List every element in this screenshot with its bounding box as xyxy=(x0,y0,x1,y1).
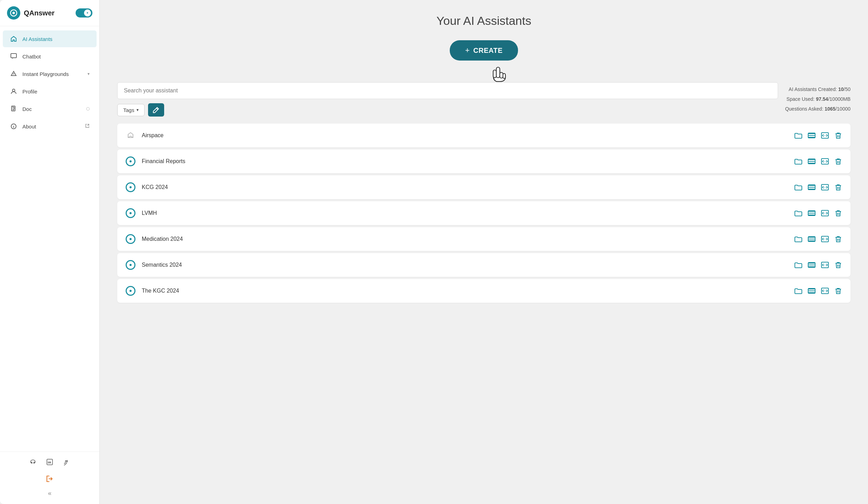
assistant-list: Airspace xyxy=(117,124,850,303)
assistant-actions xyxy=(794,131,843,140)
folder-icon[interactable] xyxy=(794,209,803,218)
assistant-logo-icon xyxy=(125,259,136,271)
svg-point-3 xyxy=(13,74,14,75)
svg-rect-10 xyxy=(493,70,496,78)
tags-button[interactable]: Tags ▾ xyxy=(117,104,145,116)
info-icon xyxy=(10,122,18,130)
tags-label: Tags xyxy=(123,107,134,113)
code-icon[interactable] xyxy=(820,234,830,244)
app-name: QAnswer xyxy=(24,9,55,17)
code-icon[interactable] xyxy=(820,157,830,166)
create-button-wrapper: + CREATE xyxy=(117,40,850,71)
sidebar-footer: « xyxy=(0,451,99,504)
create-assistant-button[interactable]: + CREATE xyxy=(450,40,518,61)
sidebar-header: QAnswer xyxy=(0,0,99,26)
page-title: Your AI Assistants xyxy=(117,14,850,28)
assistant-name: Airspace xyxy=(142,132,788,139)
stats-section: AI Assistants Created: 10/50 Space Used:… xyxy=(785,82,850,114)
list-icon[interactable] xyxy=(807,260,816,270)
logout-button[interactable] xyxy=(7,472,92,485)
stat-questions-label: Questions Asked: xyxy=(785,106,823,112)
external-link-icon: ⬡ xyxy=(86,106,90,111)
delete-icon[interactable] xyxy=(834,260,843,270)
svg-point-34 xyxy=(825,290,825,291)
collapse-sidebar-button[interactable]: « xyxy=(7,488,92,498)
list-icon[interactable] xyxy=(807,286,816,295)
sidebar-item-doc[interactable]: Doc ⬡ xyxy=(3,100,97,117)
delete-icon[interactable] xyxy=(834,157,843,166)
linkedin-icon[interactable] xyxy=(45,457,54,467)
logo-icon xyxy=(7,6,20,20)
sidebar-item-label: Instant Playgrounds xyxy=(22,71,83,77)
folder-icon[interactable] xyxy=(794,260,803,270)
svg-point-22 xyxy=(825,187,825,188)
delete-icon[interactable] xyxy=(834,286,843,295)
chevron-down-icon: ▾ xyxy=(136,107,139,112)
sidebar-item-label: Doc xyxy=(22,106,81,112)
delete-icon[interactable] xyxy=(834,183,843,192)
svg-point-28 xyxy=(825,239,825,239)
delete-icon[interactable] xyxy=(834,234,843,244)
sidebar-item-chatbot[interactable]: Chatbot xyxy=(3,48,97,65)
assistant-actions xyxy=(794,260,843,270)
stat-space-label: Space Used: xyxy=(786,96,814,102)
theme-toggle[interactable] xyxy=(76,8,92,18)
assistant-actions xyxy=(794,157,843,166)
cursor-hand-icon xyxy=(491,63,506,85)
stat-questions: Questions Asked: 1065/10000 xyxy=(785,104,850,114)
folder-icon[interactable] xyxy=(794,131,803,140)
chevron-down-icon: ▾ xyxy=(88,71,90,76)
svg-point-25 xyxy=(825,213,825,214)
code-icon[interactable] xyxy=(820,286,830,295)
sidebar-item-profile[interactable]: Profile xyxy=(3,83,97,100)
assistant-row: KCG 2024 xyxy=(117,175,850,199)
svg-rect-12 xyxy=(500,72,503,78)
list-icon[interactable] xyxy=(807,183,816,192)
assistant-actions xyxy=(794,209,843,218)
twitter-icon[interactable] xyxy=(62,457,71,467)
svg-point-16 xyxy=(825,135,825,136)
assistant-logo-icon xyxy=(125,182,136,193)
stat-space: Space Used: 97.54/10000MB xyxy=(785,94,850,104)
edit-button[interactable] xyxy=(148,103,164,117)
triangle-icon xyxy=(10,70,18,78)
search-section: Tags ▾ xyxy=(117,82,778,117)
svg-point-4 xyxy=(13,89,15,92)
list-icon[interactable] xyxy=(807,157,816,166)
code-icon[interactable] xyxy=(820,183,830,192)
code-icon[interactable] xyxy=(820,209,830,218)
sidebar-item-label: About xyxy=(22,124,80,130)
list-icon[interactable] xyxy=(807,209,816,218)
discord-icon[interactable] xyxy=(28,457,37,467)
search-and-stats: Tags ▾ AI Assistants Created: 10/50 xyxy=(117,82,850,117)
code-icon[interactable] xyxy=(820,260,830,270)
assistant-actions xyxy=(794,286,843,295)
assistant-logo-icon xyxy=(125,156,136,167)
svg-point-19 xyxy=(825,161,825,162)
delete-icon[interactable] xyxy=(834,131,843,140)
social-links xyxy=(7,457,92,467)
list-icon[interactable] xyxy=(807,131,816,140)
delete-icon[interactable] xyxy=(834,209,843,218)
search-input[interactable] xyxy=(124,88,771,94)
assistant-row: Medication 2024 xyxy=(117,227,850,251)
folder-icon[interactable] xyxy=(794,286,803,295)
assistant-logo-icon xyxy=(125,208,136,219)
sidebar: QAnswer AI Assistants xyxy=(0,0,100,504)
folder-icon[interactable] xyxy=(794,234,803,244)
svg-point-31 xyxy=(825,265,825,265)
main-content: Your AI Assistants + CREATE xyxy=(100,0,868,504)
sidebar-item-instant-playgrounds[interactable]: Instant Playgrounds ▾ xyxy=(3,65,97,82)
folder-icon[interactable] xyxy=(794,183,803,192)
list-icon[interactable] xyxy=(807,234,816,244)
sidebar-item-ai-assistants[interactable]: AI Assistants xyxy=(3,30,97,47)
assistant-name: Financial Reports xyxy=(142,158,788,164)
assistant-name: LVMH xyxy=(142,210,788,216)
assistant-row: Financial Reports xyxy=(117,149,850,173)
assistant-name: KCG 2024 xyxy=(142,184,788,190)
folder-icon[interactable] xyxy=(794,157,803,166)
sidebar-item-about[interactable]: About xyxy=(3,118,97,135)
assistant-actions xyxy=(794,234,843,244)
code-icon[interactable] xyxy=(820,131,830,140)
assistant-row: The KGC 2024 xyxy=(117,279,850,303)
